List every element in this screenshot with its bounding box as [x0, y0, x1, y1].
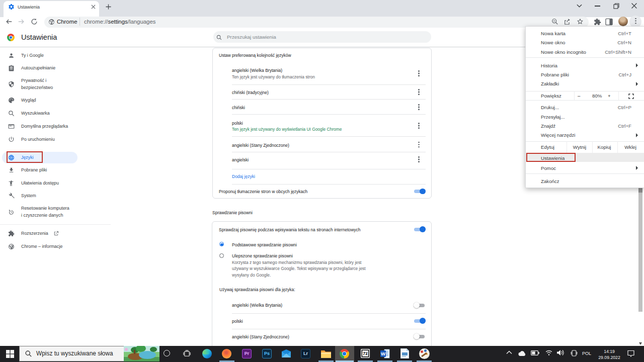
- svg-text:W: W: [381, 351, 385, 356]
